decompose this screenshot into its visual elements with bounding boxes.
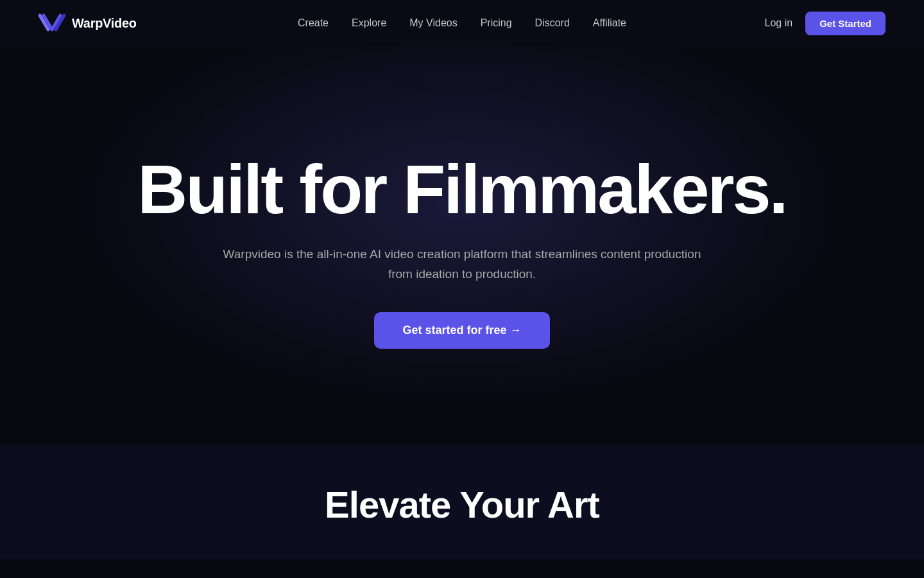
- bottom-section: Elevate Your Art: [0, 444, 924, 559]
- navbar: WarpVideo Create Explore My Videos Prici…: [0, 0, 924, 46]
- nav-links: Create Explore My Videos Pricing Discord…: [298, 17, 626, 29]
- get-started-nav-button[interactable]: Get Started: [805, 12, 886, 35]
- hero-section: Built for Filmmakers. Warpvideo is the a…: [0, 46, 924, 444]
- hero-title: Built for Filmmakers.: [137, 155, 786, 224]
- nav-discord[interactable]: Discord: [535, 17, 570, 29]
- nav-affiliate[interactable]: Affiliate: [593, 17, 626, 29]
- logo-container[interactable]: WarpVideo: [38, 12, 137, 35]
- brand-name: WarpVideo: [72, 16, 137, 31]
- hero-subtitle: Warpvideo is the all-in-one AI video cre…: [218, 245, 706, 284]
- nav-pricing[interactable]: Pricing: [481, 17, 512, 29]
- bottom-title: Elevate Your Art: [325, 483, 599, 526]
- nav-my-videos[interactable]: My Videos: [409, 17, 457, 29]
- nav-create[interactable]: Create: [298, 17, 329, 29]
- nav-explore[interactable]: Explore: [352, 17, 386, 29]
- login-button[interactable]: Log in: [765, 17, 793, 29]
- navbar-actions: Log in Get Started: [765, 12, 886, 35]
- hero-cta-button[interactable]: Get started for free →: [374, 312, 549, 349]
- logo-icon: [38, 12, 65, 35]
